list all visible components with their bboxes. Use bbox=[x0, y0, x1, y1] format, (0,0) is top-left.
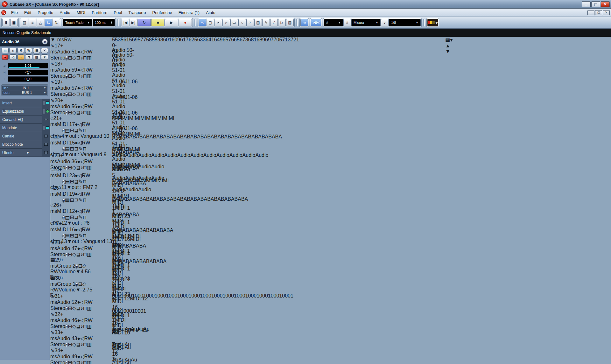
lanes-icon[interactable]: ▥ bbox=[87, 55, 92, 60]
read-button[interactable]: R bbox=[82, 208, 85, 214]
expand-track-icon[interactable]: + bbox=[59, 116, 62, 121]
midi-output-select[interactable]: out : FM7 2 bbox=[72, 185, 97, 190]
lock-icon[interactable]: ⊓ bbox=[83, 305, 87, 311]
record-enable-button[interactable]: ● bbox=[77, 336, 81, 341]
draw-tool-icon[interactable]: ✎ bbox=[262, 19, 270, 26]
insert-state-icon[interactable]: ⊟ bbox=[68, 360, 72, 364]
mute-button[interactable]: m bbox=[50, 67, 54, 73]
read-button[interactable]: R bbox=[84, 354, 88, 359]
track-name-field[interactable]: MIDI 17 bbox=[57, 122, 75, 127]
midi-output-select[interactable]: out : Vanguard 10 bbox=[69, 133, 109, 139]
inspector-section-mandate[interactable]: Mandate bbox=[0, 124, 50, 132]
send-state-icon[interactable]: ⊒ bbox=[76, 342, 80, 347]
send-state-icon[interactable]: ⊒ bbox=[76, 360, 80, 364]
edit-channel-button[interactable]: e bbox=[62, 198, 65, 203]
expand-track-icon[interactable]: + bbox=[60, 43, 63, 48]
timewarp-tool-icon[interactable]: ▤ bbox=[254, 19, 262, 26]
edit-channel-button[interactable]: e bbox=[42, 39, 48, 45]
global-w-indicator[interactable]: w bbox=[68, 37, 72, 42]
global-r-indicator[interactable]: R bbox=[64, 37, 68, 42]
record-enable-button[interactable]: ● bbox=[75, 208, 78, 214]
forward-button[interactable]: ▶| bbox=[130, 19, 137, 26]
arrange-row-track-22[interactable]: BABABABABABABABABABABABABABABABABABABABA… bbox=[112, 134, 445, 152]
send-state-icon[interactable]: ⊒ bbox=[74, 197, 78, 203]
mute-button[interactable]: m bbox=[50, 354, 54, 359]
monitor-button[interactable]: ◁ bbox=[80, 104, 84, 109]
write-button[interactable]: W bbox=[86, 208, 90, 214]
insert-state-icon[interactable]: ⊟ bbox=[68, 165, 72, 170]
lock-icon[interactable]: ⊓ bbox=[83, 252, 87, 257]
inspector-track-header[interactable]: Audio 36 e bbox=[0, 37, 50, 46]
mdi-minimize-button[interactable]: _ bbox=[587, 10, 594, 15]
insert-state-icon[interactable]: ⊟ bbox=[78, 281, 82, 287]
mute-button[interactable]: m bbox=[50, 318, 54, 323]
track-19-header[interactable]: ∿19+msAudio 57●◁RWStereoe⊟◇⊒♪⊓▥ bbox=[50, 79, 112, 97]
volume-value[interactable]: 1.01 bbox=[8, 63, 48, 68]
mdi-maximize-button[interactable]: ▢ bbox=[595, 10, 602, 15]
record-enable-button[interactable]: ● bbox=[75, 191, 78, 197]
play-button[interactable]: ▶ bbox=[165, 19, 178, 26]
play-tool-icon[interactable]: ▷ bbox=[278, 19, 286, 26]
split-tool-icon[interactable]: ✂ bbox=[214, 19, 222, 26]
arrange-row-track-18[interactable] bbox=[112, 61, 445, 79]
write-button[interactable]: W bbox=[54, 287, 59, 292]
zoom-tool-icon[interactable]: ○ bbox=[238, 19, 246, 26]
write-button[interactable]: W bbox=[88, 336, 93, 341]
write-button[interactable]: W bbox=[88, 85, 93, 91]
eq-state-icon[interactable]: ◇ bbox=[82, 281, 86, 287]
maximize-button[interactable]: ▢ bbox=[591, 1, 600, 7]
arrange-row-track-28[interactable]: TrTrTrTrTrTrTrTrTrTrTrTrTrTrTrTrTrTrTrTr… bbox=[112, 239, 445, 257]
inspector-section-canale[interactable]: Canale bbox=[0, 132, 50, 140]
erase-tool-icon[interactable]: ▭ bbox=[230, 19, 238, 26]
expand-track-icon[interactable]: + bbox=[59, 221, 62, 226]
read-button[interactable]: R bbox=[82, 173, 85, 178]
timeline-ruler[interactable]: 5535615695775855936016096176256336416496… bbox=[112, 37, 445, 43]
lock-icon[interactable]: ⊓ bbox=[83, 324, 87, 329]
monitor-button[interactable]: ◁ bbox=[80, 85, 84, 91]
quantize-note-icon[interactable]: ♪ bbox=[381, 19, 389, 26]
record-enable-button[interactable]: ● bbox=[77, 67, 81, 73]
view-toggle-5-icon[interactable]: ⇅ bbox=[53, 19, 60, 26]
monitor-button-icon[interactable]: ◁ bbox=[10, 54, 17, 60]
lock-icon[interactable]: ⊓ bbox=[82, 128, 86, 133]
write-button[interactable]: W bbox=[88, 318, 93, 323]
monitor-button[interactable]: ◁ bbox=[80, 246, 84, 251]
eq-state-icon[interactable]: ◇ bbox=[72, 110, 76, 115]
write-button[interactable]: W bbox=[54, 269, 59, 274]
vertical-scrollbar[interactable]: ▦▾ ▲ ▼ bbox=[445, 37, 453, 360]
expand-track-icon[interactable]: + bbox=[60, 240, 63, 245]
track-name-field[interactable]: MIDI 15 bbox=[57, 140, 75, 145]
out-routing-select[interactable]: out :BUS 1▼ bbox=[2, 90, 47, 95]
insert-state-icon[interactable]: ⊟ bbox=[70, 197, 74, 203]
monitor-button[interactable]: ◁ bbox=[78, 122, 82, 127]
write-button[interactable]: W bbox=[86, 191, 90, 197]
arrange-row-track-33[interactable]: AuAuAuAuAuAuAuAuAuAuAuAuAuAuAuAu bbox=[112, 329, 445, 347]
menu-midi[interactable]: MIDI bbox=[74, 9, 88, 16]
minimize-button[interactable]: _ bbox=[582, 1, 591, 7]
mute-button[interactable]: m bbox=[50, 173, 54, 178]
edit-channel-button[interactable]: e bbox=[62, 147, 65, 151]
monitor-button[interactable]: ◁ bbox=[78, 140, 82, 145]
menu-partiture[interactable]: Partiture bbox=[88, 9, 110, 16]
send-state-icon[interactable]: ⊒ bbox=[76, 110, 80, 115]
drum-edit-icon[interactable]: ✎ bbox=[78, 233, 82, 238]
send-state-icon[interactable]: ⊒ bbox=[76, 73, 80, 79]
snap-grid-icon[interactable]: # bbox=[343, 19, 351, 26]
mute-button[interactable]: m bbox=[50, 246, 54, 251]
lock-icon[interactable]: ⊓ bbox=[83, 342, 87, 347]
expand-track-icon[interactable]: + bbox=[60, 330, 63, 335]
mute-button[interactable]: m bbox=[50, 122, 54, 127]
drum-edit-icon[interactable]: ✎ bbox=[78, 128, 82, 133]
track-29-header[interactable]: ▦29+msGroup 2e⊟◇RWVolume▼4.56⎘⊓ bbox=[50, 257, 112, 275]
read-button[interactable]: R bbox=[82, 191, 85, 197]
eq-state-icon[interactable]: ◇ bbox=[72, 55, 76, 60]
insert-state-icon[interactable]: ⊟ bbox=[70, 146, 74, 151]
color-palette-button[interactable]: ▾ bbox=[427, 19, 438, 26]
drum-edit-icon[interactable]: ✎ bbox=[78, 179, 82, 184]
section-grip[interactable] bbox=[43, 101, 45, 105]
expand-track-icon[interactable]: + bbox=[60, 61, 63, 66]
write-button[interactable]: W bbox=[25, 48, 32, 53]
midi-output-select[interactable]: out : P8 bbox=[72, 220, 89, 226]
global-m-indicator[interactable]: m bbox=[57, 37, 61, 42]
mute-button[interactable]: m bbox=[50, 336, 54, 341]
